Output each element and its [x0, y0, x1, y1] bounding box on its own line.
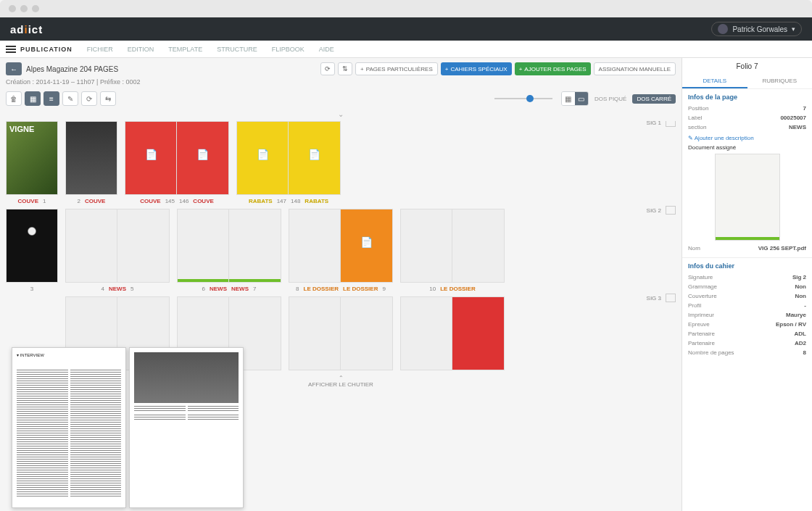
view-toggle[interactable]: ▦ ▭: [561, 91, 589, 106]
info-page-heading: Infos de la page: [688, 94, 806, 101]
user-name: Patrick Gorwales: [732, 25, 787, 33]
creation-meta: Création : 2014-11-19 – 11h07 | Préfixe …: [6, 78, 676, 86]
assignation-button[interactable]: ASSIGNATION MANUELLE: [594, 62, 676, 75]
menu-edition[interactable]: EDITION: [128, 46, 154, 53]
info-cahier-heading: Infos du cahier: [688, 262, 806, 270]
pages-particulieres-button[interactable]: +PAGES PARTICULIÈRES: [355, 62, 438, 75]
doc-assigned-label: Document assigné: [688, 144, 806, 151]
sort-icon[interactable]: ⇅: [338, 62, 352, 75]
mac-max-icon[interactable]: [32, 5, 39, 12]
page-3[interactable]: 3: [6, 209, 58, 292]
menu-aide[interactable]: AIDE: [319, 46, 334, 53]
grid-icon[interactable]: ▦: [562, 92, 575, 105]
sidebar: Folio 7 DETAILS RUBRIQUES Infos de la pa…: [682, 58, 812, 511]
edit-sig-icon[interactable]: [666, 206, 676, 215]
cahiers-speciaux-button[interactable]: +CAHIERS SPÉCIAUX: [441, 62, 512, 75]
sig-2-row: SIG 2 3 4NEWS5 6NEWSNEWS7 📄 8LE DOSSIERL…: [6, 209, 676, 292]
dos-pique-option[interactable]: DOS PIQUÉ: [594, 96, 626, 102]
tab-rubriques[interactable]: RUBRIQUES: [747, 75, 813, 88]
view-list-icon[interactable]: ≡: [44, 91, 59, 106]
zoom-slider[interactable]: [494, 98, 552, 99]
chevron-down-icon: ▾: [792, 25, 795, 33]
spread-8-9[interactable]: 📄 8LE DOSSIERLE DOSSIER9: [289, 209, 393, 292]
shuffle-icon[interactable]: ⇆: [100, 91, 116, 106]
edit-icon[interactable]: ✎: [62, 91, 78, 106]
single-icon[interactable]: ▭: [575, 92, 588, 105]
folio-title: Folio 7: [682, 58, 812, 75]
hamburger-icon[interactable]: [6, 46, 16, 53]
section-label: PUBLICATION: [20, 46, 72, 53]
spread-sig3-c[interactable]: [289, 296, 393, 370]
doc-preview[interactable]: [715, 154, 780, 241]
menubar: PUBLICATION FICHIER EDITION TEMPLATE STR…: [0, 41, 812, 58]
spread-145-146[interactable]: 📄📄 COUVE145146COUVE: [125, 121, 229, 204]
topbar: adiict Patrick Gorwales ▾: [0, 17, 812, 41]
ajouter-pages-button[interactable]: +AJOUTER DES PAGES: [515, 62, 591, 75]
sig-2-label: SIG 2: [647, 207, 661, 214]
float-page-2[interactable]: ▾ INTERVIEW 2: [12, 347, 126, 508]
spread-147-148[interactable]: 📄📄 RABATS147148RABATS: [236, 121, 341, 204]
edit-sig-icon[interactable]: [666, 294, 676, 302]
spread-10[interactable]: 10LE DOSSIER: [400, 209, 505, 292]
sig-1-row: SIG 1 VIGNE COUVE1 2COUVE 📄📄 COUVE145146…: [6, 121, 676, 204]
floating-spread[interactable]: ▾ INTERVIEW 2 3: [12, 347, 244, 508]
float-page-3[interactable]: 3: [129, 347, 244, 508]
spread-6-7[interactable]: 6NEWSNEWS7: [177, 209, 281, 292]
page-2[interactable]: 2COUVE: [65, 121, 117, 204]
refresh-icon[interactable]: ⟳: [320, 62, 335, 75]
mac-titlebar: [0, 0, 812, 17]
spread-4-5[interactable]: 4NEWS5: [65, 209, 170, 292]
page-title: Alpes Magazine 204 PAGES: [26, 65, 118, 73]
breadcrumb: ← Alpes Magazine 204 PAGES ⟳ ⇅ +PAGES PA…: [6, 62, 676, 75]
toolbar: 🗑 ▦ ≡ ✎ ⟳ ⇆ ▦ ▭ DOS PIQUÉ DOS CARRÉ: [6, 91, 676, 106]
mac-close-icon[interactable]: [9, 5, 16, 12]
page-1[interactable]: VIGNE COUVE1: [6, 121, 58, 204]
sig-1-label: SIG 1: [647, 121, 661, 126]
view-dark-icon[interactable]: ▦: [25, 91, 41, 106]
app-logo: adiict: [10, 23, 43, 36]
sig-3-label: SIG 3: [647, 295, 661, 302]
menu-flipbook[interactable]: FLIPBOOK: [272, 46, 304, 53]
reload-icon[interactable]: ⟳: [81, 91, 97, 106]
dos-carre-option[interactable]: DOS CARRÉ: [632, 94, 676, 104]
edit-sig-icon[interactable]: [666, 121, 676, 127]
menu-fichier[interactable]: FICHIER: [87, 46, 113, 53]
user-menu[interactable]: Patrick Gorwales ▾: [711, 22, 802, 36]
tab-details[interactable]: DETAILS: [682, 75, 747, 88]
back-button[interactable]: ←: [6, 62, 22, 75]
add-description-link[interactable]: ✎ Ajouter une description: [688, 135, 806, 141]
menu-template[interactable]: TEMPLATE: [168, 46, 202, 53]
sidebar-tabs: DETAILS RUBRIQUES: [682, 75, 812, 88]
trash-icon[interactable]: 🗑: [6, 91, 22, 106]
chevron-down-icon[interactable]: ⌄: [6, 110, 676, 118]
avatar-icon: [718, 24, 728, 34]
menu-structure[interactable]: STRUCTURE: [217, 46, 257, 53]
mac-min-icon[interactable]: [20, 5, 28, 12]
spread-sig3-d[interactable]: [400, 296, 505, 370]
